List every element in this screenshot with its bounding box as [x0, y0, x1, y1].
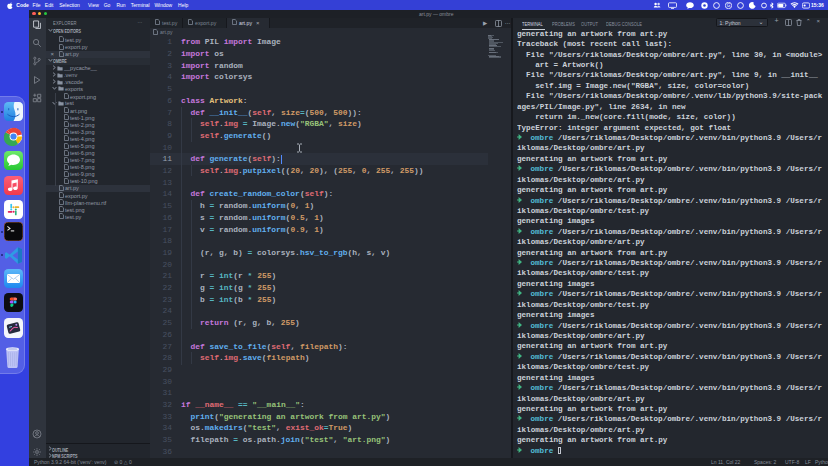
svg-text:G: G: [727, 3, 731, 8]
